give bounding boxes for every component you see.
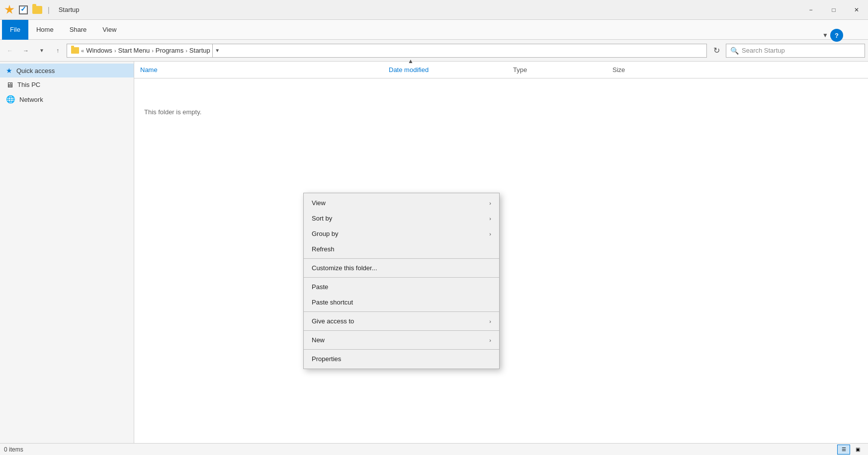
- column-type[interactable]: Type: [513, 66, 612, 74]
- ctx-separator-4: [304, 330, 499, 331]
- maximize-button[interactable]: □: [822, 0, 845, 20]
- ctx-item-group-by[interactable]: Group by ›: [304, 226, 499, 241]
- ctx-arrow-give-access: ›: [489, 318, 491, 324]
- empty-folder-text: This folder is empty.: [144, 108, 201, 116]
- close-button[interactable]: ✕: [845, 0, 868, 20]
- ctx-label-customize: Customize this folder...: [312, 264, 377, 272]
- forward-button[interactable]: →: [19, 44, 33, 58]
- ctx-item-customize[interactable]: Customize this folder...: [304, 260, 499, 276]
- ctx-item-paste-shortcut[interactable]: Paste shortcut: [304, 295, 499, 310]
- sidebar-item-this-pc[interactable]: 🖥 This PC: [0, 77, 134, 92]
- network-icon: 🌐: [6, 95, 15, 104]
- ctx-label-group-by: Group by: [312, 230, 338, 237]
- ctx-item-new[interactable]: New ›: [304, 332, 499, 348]
- view-details-button[interactable]: ☰: [837, 445, 850, 455]
- ctx-item-properties[interactable]: Properties: [304, 351, 499, 367]
- ctx-label-paste-shortcut: Paste shortcut: [312, 299, 353, 306]
- ctx-separator-3: [304, 311, 499, 312]
- ctx-item-give-access[interactable]: Give access to ›: [304, 313, 499, 329]
- ctx-label-paste: Paste: [312, 283, 328, 291]
- sidebar: ★ Quick access 🖥 This PC 🌐 Network: [0, 62, 134, 443]
- address-bar: ← → ▼ ↑ « Windows › Start Menu › Program…: [0, 40, 868, 62]
- window-controls: − □ ✕: [799, 0, 868, 20]
- ctx-item-view[interactable]: View ›: [304, 195, 499, 211]
- tab-view[interactable]: View: [94, 20, 124, 40]
- folder-icon-title: [32, 4, 43, 15]
- column-size[interactable]: Size: [612, 66, 862, 74]
- view-buttons: ☰ ▣: [837, 445, 864, 455]
- path-part-programs[interactable]: Programs: [156, 47, 183, 54]
- path-part-startup[interactable]: Startup: [189, 47, 210, 54]
- column-headers: ▲ Name Date modified Type Size: [134, 62, 868, 78]
- ctx-item-refresh[interactable]: Refresh: [304, 241, 499, 257]
- column-date-modified[interactable]: Date modified: [389, 66, 513, 74]
- title-bar-separator: |: [48, 6, 50, 14]
- ctx-label-refresh: Refresh: [312, 245, 335, 253]
- right-panel: ▲ Name Date modified Type Size This fold…: [134, 62, 868, 443]
- search-box[interactable]: 🔍 Search Startup: [726, 44, 865, 58]
- pin-icon: [4, 4, 15, 15]
- sidebar-label-this-pc: This PC: [17, 81, 40, 88]
- ctx-separator-5: [304, 349, 499, 350]
- path-separator-1: «: [81, 48, 84, 54]
- refresh-button[interactable]: ↻: [709, 44, 724, 58]
- sidebar-label-network: Network: [19, 96, 43, 103]
- collapse-arrow-icon[interactable]: ▲: [408, 58, 414, 65]
- ctx-label-properties: Properties: [312, 355, 341, 363]
- status-items-count: 0 items: [4, 446, 23, 453]
- ctx-label-view: View: [312, 199, 326, 207]
- search-icon: 🔍: [730, 47, 739, 55]
- ribbon: File Home Share View ▼ ?: [0, 20, 868, 40]
- status-bar: 0 items ☰ ▣: [0, 443, 868, 455]
- tab-file[interactable]: File: [2, 20, 28, 40]
- ctx-arrow-sort-by: ›: [489, 216, 491, 222]
- path-arrow-3: ›: [185, 48, 187, 54]
- star-icon: ★: [6, 67, 12, 75]
- ctx-arrow-group-by: ›: [489, 231, 491, 237]
- help-button[interactable]: ?: [830, 29, 843, 42]
- ctx-label-give-access: Give access to: [312, 317, 354, 325]
- ctx-separator-2: [304, 277, 499, 278]
- content-area: This folder is empty. View › Sort by › G…: [134, 78, 868, 443]
- ctx-arrow-view: ›: [489, 200, 491, 206]
- ctx-label-sort-by: Sort by: [312, 215, 332, 222]
- path-part-startmenu[interactable]: Start Menu: [118, 47, 150, 54]
- ctx-arrow-new: ›: [489, 337, 491, 343]
- path-arrow-2: ›: [152, 48, 154, 54]
- sidebar-label-quick-access: Quick access: [16, 67, 55, 75]
- view-large-icons-button[interactable]: ▣: [851, 445, 864, 455]
- ctx-item-paste[interactable]: Paste: [304, 279, 499, 295]
- ctx-label-new: New: [312, 336, 325, 344]
- path-folder-icon: [71, 47, 79, 54]
- address-path[interactable]: « Windows › Start Menu › Programs › Star…: [67, 44, 707, 58]
- ctx-item-sort-by[interactable]: Sort by ›: [304, 211, 499, 226]
- ctx-separator-1: [304, 258, 499, 259]
- window-title: Startup: [59, 6, 80, 13]
- path-dropdown-button[interactable]: ▼: [212, 44, 222, 58]
- context-menu: View › Sort by › Group by › Refresh Cust…: [303, 193, 500, 369]
- main-layout: ★ Quick access 🖥 This PC 🌐 Network ▲ Nam…: [0, 62, 868, 443]
- tab-home[interactable]: Home: [28, 20, 62, 40]
- sidebar-item-network[interactable]: 🌐 Network: [0, 92, 134, 107]
- back-button[interactable]: ←: [3, 44, 17, 58]
- title-bar: | Startup − □ ✕: [0, 0, 868, 20]
- path-part-windows[interactable]: Windows: [86, 47, 112, 54]
- recent-locations-button[interactable]: ▼: [35, 44, 49, 58]
- checkbox-icon: [18, 4, 29, 15]
- sidebar-item-quick-access[interactable]: ★ Quick access: [0, 64, 134, 77]
- search-placeholder: Search Startup: [742, 47, 785, 54]
- tab-share[interactable]: Share: [62, 20, 95, 40]
- title-bar-icons: | Startup: [0, 4, 80, 15]
- column-name[interactable]: Name: [140, 66, 389, 74]
- up-button[interactable]: ↑: [51, 44, 65, 58]
- minimize-button[interactable]: −: [799, 0, 822, 20]
- pc-icon: 🖥: [6, 80, 13, 89]
- path-arrow-1: ›: [114, 48, 116, 54]
- ribbon-collapse-button[interactable]: ▼: [822, 32, 828, 39]
